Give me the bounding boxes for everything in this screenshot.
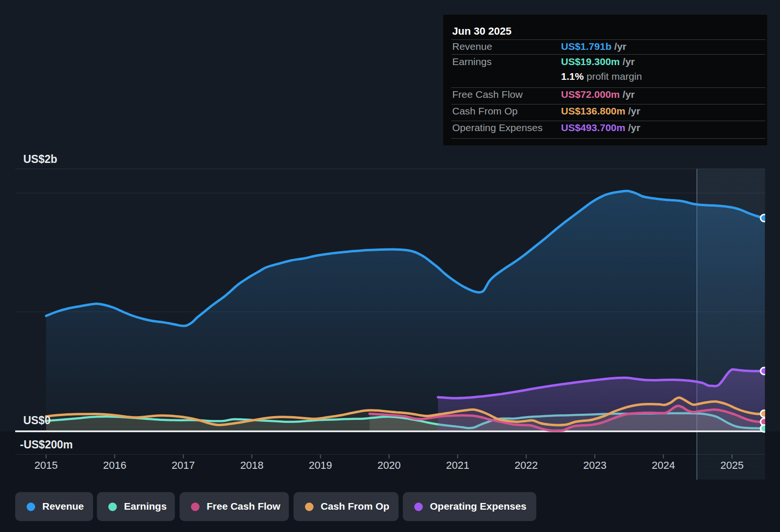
svg-text:2021: 2021 (446, 459, 469, 471)
svg-text:2016: 2016 (103, 459, 126, 471)
svg-text:US$2b: US$2b (23, 153, 57, 165)
svg-text:2018: 2018 (240, 459, 264, 471)
svg-text:US$0: US$0 (23, 414, 51, 427)
svg-text:2017: 2017 (171, 459, 195, 471)
svg-text:-US$200m: -US$200m (20, 438, 73, 451)
svg-text:2025: 2025 (721, 459, 744, 471)
svg-text:2019: 2019 (309, 459, 332, 471)
svg-text:2020: 2020 (378, 459, 401, 471)
svg-text:2022: 2022 (514, 459, 538, 471)
svg-text:2015: 2015 (35, 459, 58, 471)
svg-text:2024: 2024 (652, 459, 675, 471)
svg-text:2023: 2023 (583, 459, 607, 471)
